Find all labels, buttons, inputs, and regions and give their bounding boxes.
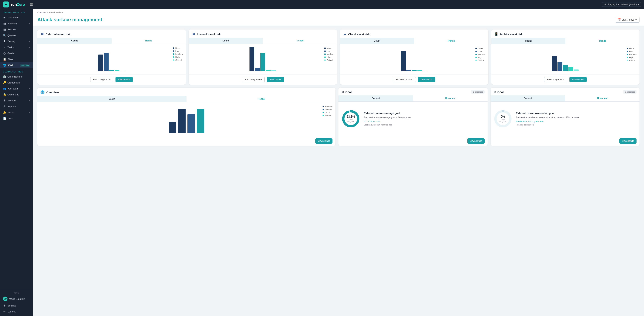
page-title-bar: Attack surface management 📅 Last 7 days … — [38, 14, 640, 25]
goal-scan-icon: ◎ — [342, 90, 344, 94]
org-data-label: ORGANIZATION DATA — [0, 9, 33, 14]
sidebar-item-label: Dashboard — [8, 16, 20, 19]
overview-card: 🌐 Overview Count Trends — [38, 88, 336, 146]
main-content: Console > Attack surface Attack surface … — [33, 9, 644, 316]
mobile-view-details-button[interactable]: View details — [570, 77, 587, 82]
bar-internal — [188, 114, 195, 133]
goals-icon: ◎ — [3, 52, 6, 55]
sidebar-item-dashboard[interactable]: ⊞ Dashboard — [0, 14, 33, 20]
goal-ownership-view-details-button[interactable]: View details — [619, 138, 636, 144]
internal-edit-config-button[interactable]: Edit configuration — [242, 77, 265, 82]
date-filter-button[interactable]: 📅 Last 7 days ▾ — [615, 17, 640, 22]
sidebar-item-sites[interactable]: 📋 Sites — [0, 56, 33, 62]
legend-medium: Medium — [476, 53, 485, 55]
sidebar-item-organizations[interactable]: 🏢 Organizations — [0, 74, 33, 79]
goal-ownership-tabs: Current Historical — [490, 95, 640, 102]
mobile-bar-group — [552, 56, 578, 71]
donut-label: 0% Goal Progress — [498, 115, 508, 122]
bar-high — [417, 70, 422, 71]
external-tab-count[interactable]: Count — [38, 38, 112, 44]
logo-area: runZero ☰ — [3, 1, 33, 7]
goal-ownership-tab-current[interactable]: Current — [490, 95, 565, 101]
goal-scan-header: ◎ Goal In progress — [338, 88, 488, 95]
sidebar-item-tasks[interactable]: ✓ Tasks ▾ — [0, 44, 33, 50]
mobile-tab-count[interactable]: Count — [491, 38, 566, 44]
hamburger-icon[interactable]: ☰ — [30, 2, 33, 6]
overview-card-header: 🌐 Overview — [38, 88, 336, 96]
alerts-icon: 🔔 — [3, 111, 6, 114]
legend-cloud: Cloud — [322, 111, 332, 114]
date-filter-label: Last 7 days — [622, 18, 634, 21]
version-label: v3.9.0 — [0, 291, 33, 295]
sidebar-item-inventory[interactable]: ▤ Inventory ▾ — [0, 20, 33, 26]
legend-none: None — [324, 47, 334, 49]
goal-scan-view-details-button[interactable]: View details — [468, 138, 484, 144]
cloud-tab-count[interactable]: Count — [340, 38, 414, 44]
risk-cards-row: 🖥 External asset risk Count Trends — [38, 29, 640, 85]
bar-low — [406, 70, 411, 71]
sidebar-item-label: Credentials — [8, 81, 20, 84]
sidebar-item-reports[interactable]: ▦ Reports — [0, 26, 33, 32]
chevron-down-icon: ▾ — [29, 22, 30, 24]
goal-ownership-header: ◎ Goal In progress — [490, 88, 640, 95]
external-edit-config-button[interactable]: Edit configuration — [90, 77, 113, 82]
external-view-details-button[interactable]: View details — [116, 77, 133, 82]
cloud-card-header: ☁ Cloud asset risk — [340, 29, 488, 38]
mobile-edit-config-button[interactable]: Edit configuration — [544, 77, 567, 82]
legend-low: Low — [476, 50, 485, 52]
topbar: runZero ☰ 🖥 Staging: Lab network (admin)… — [0, 0, 644, 9]
goal-scan-footer: View details — [338, 136, 488, 146]
sidebar-item-credentials[interactable]: 🔑 Credentials — [0, 79, 33, 85]
bar-medium — [260, 53, 265, 71]
breadcrumb-console[interactable]: Console — [38, 11, 46, 14]
bar-critical — [120, 71, 125, 71]
staging-label: Staging: Lab network (admin) — [607, 3, 637, 6]
sidebar-item-docs[interactable]: 📄 Docs — [0, 115, 33, 121]
page-header: Console > Attack surface Attack surface … — [33, 9, 644, 26]
goal-scan-goal-title: External: scan coverage goal — [364, 112, 484, 115]
goal-ownership-text: External: asset ownership goal Reduce th… — [516, 112, 637, 126]
user-name: Megg Daudelin — [9, 298, 25, 300]
sidebar-item-asm[interactable]: 🌐 ASM PREVIEW — [0, 62, 33, 68]
staging-selector[interactable]: 🖥 Staging: Lab network (admin) ▾ — [602, 2, 641, 7]
overview-tab-count[interactable]: Count — [38, 96, 186, 102]
cloud-edit-config-button[interactable]: Edit configuration — [393, 77, 416, 82]
bar-critical — [422, 71, 428, 71]
internal-tab-count[interactable]: Count — [189, 38, 263, 44]
sidebar-item-account[interactable]: ⚙ Account ▾ — [0, 97, 33, 103]
external-tab-trends[interactable]: Trends — [112, 38, 186, 44]
chevron-down-icon: ▾ — [29, 40, 30, 42]
donut-label: 93.1% Goal Progress — [346, 115, 356, 122]
bar-none — [552, 56, 557, 71]
sidebar-item-alerts[interactable]: 🔔 Alerts ▾ — [0, 109, 33, 115]
bar-none — [250, 47, 254, 71]
external-card-title: External asset risk — [46, 32, 70, 36]
overview-tab-trends[interactable]: Trends — [186, 96, 336, 102]
cloud-view-details-button[interactable]: View details — [418, 77, 435, 82]
internal-view-details-button[interactable]: View details — [267, 77, 284, 82]
sidebar-item-goals[interactable]: ◎ Goals — [0, 50, 33, 56]
sidebar-item-settings[interactable]: ⚙ Settings — [0, 303, 33, 309]
sidebar-item-queries[interactable]: 🔍 Queries — [0, 32, 33, 38]
mobile-tab-trends[interactable]: Trends — [565, 38, 640, 44]
user-profile[interactable]: MD Megg Daudelin — [0, 295, 33, 303]
legend-medium: Medium — [173, 53, 182, 55]
sidebar-item-ownership[interactable]: 🔒 Ownership — [0, 91, 33, 97]
ownership-icon: 🔒 — [3, 93, 6, 96]
goal-scan-tab-current[interactable]: Current — [338, 95, 413, 101]
donut-sublabel: Goal Progress — [346, 119, 356, 122]
mobile-card-title: Mobile asset risk — [500, 33, 523, 36]
cloud-tab-trends[interactable]: Trends — [414, 38, 488, 44]
sidebar-item-logout[interactable]: ↩ Log out — [0, 309, 33, 315]
goal-ownership-tab-historical[interactable]: Historical — [565, 95, 640, 101]
breadcrumb: Console > Attack surface — [38, 11, 640, 14]
layout: ORGANIZATION DATA ⊞ Dashboard ▤ Inventor… — [0, 9, 644, 316]
chevron-down-icon: ▾ — [29, 88, 30, 90]
sidebar-item-label: Docs — [8, 117, 13, 120]
sidebar-item-deploy[interactable]: ⬇ Deploy ▾ — [0, 38, 33, 44]
sidebar-item-support[interactable]: ? Support — [0, 103, 33, 109]
internal-tab-trends[interactable]: Trends — [263, 38, 337, 44]
goal-scan-tab-historical[interactable]: Historical — [413, 95, 488, 101]
sidebar-item-your-team[interactable]: 👥 Your team ▾ — [0, 85, 33, 91]
overview-view-details-button[interactable]: View details — [315, 138, 332, 144]
